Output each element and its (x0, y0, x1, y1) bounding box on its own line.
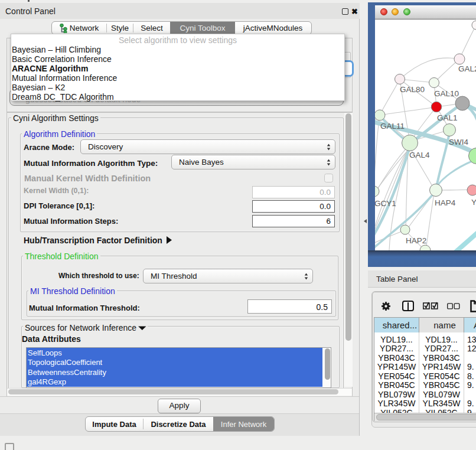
svg-text:GAL11: GAL11 (380, 122, 405, 131)
svg-text:GCY1: GCY1 (375, 199, 396, 208)
svg-text:SWI4: SWI4 (449, 138, 468, 146)
svg-text:GAL10: GAL10 (434, 89, 459, 98)
svg-text:GAL4: GAL4 (409, 151, 430, 159)
svg-text:Y: Y (471, 198, 476, 207)
svg-text:GAL1: GAL1 (437, 113, 458, 122)
svg-text:HAP2: HAP2 (406, 236, 426, 245)
svg-text:GAL2: GAL2 (458, 64, 476, 73)
svg-text:HAP4: HAP4 (435, 198, 456, 207)
svg-text:GAL80: GAL80 (400, 85, 425, 94)
